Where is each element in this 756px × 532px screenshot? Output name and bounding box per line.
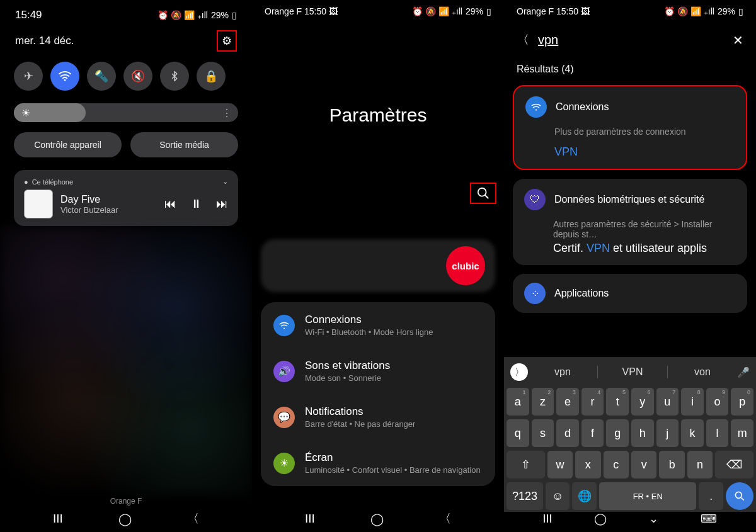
search-input[interactable]: vpn [538, 33, 724, 47]
sun-icon: ☀ [21, 107, 30, 119]
result-connexions[interactable]: Connexions Plus de paramètres de connexi… [513, 85, 747, 170]
key-g[interactable]: g [606, 419, 629, 447]
bluetooth-toggle[interactable] [160, 62, 189, 91]
result-applications[interactable]: ⁘ Applications [513, 274, 747, 313]
quick-toggles: ✈ 🔦 🔇 🔒 [0, 58, 252, 94]
key-w[interactable]: w [547, 451, 573, 478]
key-s[interactable]: s [532, 419, 554, 447]
key-o[interactable]: o9 [706, 388, 729, 416]
suggestion-bar: 〉 vpn VPN von 🎤 [504, 357, 756, 386]
home-button[interactable]: ◯ [370, 512, 384, 526]
suggestion-3[interactable]: von [675, 366, 730, 378]
key-u[interactable]: u7 [656, 388, 679, 416]
key-p[interactable]: p0 [731, 388, 753, 416]
next-button[interactable]: ⏭ [216, 197, 228, 211]
screen-settings: Orange F 15:50 🖼 ⏰ 🔕 📶 ₊ıll 29% ▯ Paramè… [252, 0, 504, 532]
recents-button[interactable]: III [53, 512, 63, 526]
settings-gear-highlight[interactable]: ⚙ [217, 30, 237, 52]
key-a[interactable]: a1 [507, 388, 529, 416]
nav-bar: III ◯ 〈 [252, 511, 504, 527]
expand-suggestions[interactable]: 〉 [510, 363, 528, 381]
key-c[interactable]: c [604, 451, 629, 478]
media-output-button[interactable]: Sortie média [130, 132, 238, 157]
search-icon [476, 186, 490, 200]
svg-point-3 [284, 327, 285, 329]
key-d[interactable]: d [556, 419, 579, 447]
back-button[interactable]: 〈 [187, 511, 199, 527]
item-sons[interactable]: 🔊 Sons et vibrations Mode son • Sonnerie [261, 348, 495, 394]
key-v[interactable]: v [631, 451, 656, 478]
screen-quicksettings: 15:49 ⏰ 🔕 📶 ₊ıll 29% ▯ mer. 14 déc. ⚙ ✈ … [0, 0, 252, 532]
key-y[interactable]: y6 [631, 388, 654, 416]
home-button[interactable]: ◯ [118, 512, 132, 526]
key-l[interactable]: l [706, 419, 729, 447]
svg-point-4 [536, 109, 537, 110]
flashlight-toggle[interactable]: 🔦 [87, 62, 116, 91]
status-bar: Orange F 15:50 🖼 ⏰ 🔕 📶 ₊ıll 29% ▯ [504, 0, 756, 23]
key-search[interactable] [726, 482, 753, 510]
key-symbols[interactable]: ?123 [507, 482, 543, 510]
svg-line-2 [485, 195, 489, 199]
recents-button[interactable]: III [305, 512, 315, 526]
key-period[interactable]: . [699, 482, 723, 510]
wifi-icon [525, 96, 547, 118]
key-f[interactable]: f [581, 419, 604, 447]
key-emoji[interactable]: ☺ [546, 482, 570, 510]
status-bar: 15:49 ⏰ 🔕 📶 ₊ıll 29% ▯ [0, 0, 252, 25]
key-k[interactable]: k [681, 419, 704, 447]
status-icons: ⏰ 🔕 📶 ₊ıll 29% ▯ [158, 10, 237, 20]
hide-keyboard-button[interactable]: ⌄ [649, 512, 658, 526]
item-subtitle: Luminosité • Confort visuel • Barre de n… [305, 465, 483, 475]
item-title: Connexions [305, 314, 483, 326]
result-title: Connexions [556, 101, 609, 113]
key-shift[interactable]: ⇧ [507, 451, 545, 478]
key-backspace[interactable]: ⌫ [715, 451, 753, 478]
back-button[interactable]: 〈 [439, 511, 451, 527]
svg-line-6 [742, 498, 744, 501]
carrier-label: Orange F [0, 497, 252, 506]
key-i[interactable]: i8 [681, 388, 704, 416]
search-button-highlight[interactable] [470, 183, 496, 204]
mic-icon[interactable]: 🎤 [737, 366, 750, 378]
rotation-toggle[interactable]: 🔒 [197, 62, 226, 91]
key-t[interactable]: t5 [606, 388, 629, 416]
item-subtitle: Mode son • Sonnerie [305, 373, 483, 383]
result-biometrics[interactable]: 🛡 Données biométriques et sécurité Autre… [513, 179, 747, 265]
back-arrow[interactable]: 〈 [517, 31, 529, 48]
keyboard-icon[interactable]: ⌨ [701, 512, 717, 526]
media-player[interactable]: ● Ce téléphone ⌄ Day Five Victor Butzela… [14, 170, 238, 226]
key-z[interactable]: z2 [532, 388, 554, 416]
svg-point-1 [478, 188, 486, 196]
key-lang[interactable]: 🌐 [572, 482, 597, 510]
brightness-slider[interactable]: ☀ ⋮ [14, 103, 238, 122]
key-x[interactable]: x [575, 451, 600, 478]
home-button[interactable]: ◯ [594, 512, 607, 526]
wifi-toggle[interactable] [50, 62, 79, 91]
item-notifications[interactable]: 💬 Notifications Barre d'état • Ne pas dé… [261, 394, 495, 440]
suggestion-2[interactable]: VPN [605, 366, 660, 378]
item-ecran[interactable]: ☀ Écran Luminosité • Confort visuel • Ba… [261, 440, 495, 486]
brightness-menu[interactable]: ⋮ [222, 107, 232, 119]
recents-button[interactable]: III [542, 512, 552, 526]
key-h[interactable]: h [631, 419, 654, 447]
key-r[interactable]: r4 [581, 388, 604, 416]
track-title: Day Five [60, 194, 157, 205]
key-b[interactable]: b [659, 451, 684, 478]
clear-icon[interactable]: ✕ [733, 33, 743, 48]
key-n[interactable]: n [687, 451, 713, 478]
mute-toggle[interactable]: 🔇 [123, 62, 152, 91]
item-connexions[interactable]: Connexions Wi-Fi • Bluetooth • Mode Hors… [261, 302, 495, 348]
airplane-toggle[interactable]: ✈ [14, 62, 43, 91]
prev-button[interactable]: ⏮ [164, 197, 176, 211]
item-subtitle: Wi-Fi • Bluetooth • Mode Hors ligne [305, 327, 483, 337]
key-m[interactable]: m [731, 419, 753, 447]
pause-button[interactable]: ⏸ [190, 197, 202, 211]
expand-icon[interactable]: ⌄ [222, 178, 228, 186]
key-q[interactable]: q [507, 419, 529, 447]
keyboard: 〉 vpn VPN von 🎤 a1z2e3r4t5y6u7i8o9p0 qsd… [504, 357, 756, 512]
key-space[interactable]: FR • EN [599, 482, 696, 510]
key-j[interactable]: j [656, 419, 679, 447]
key-e[interactable]: e3 [556, 388, 579, 416]
suggestion-1[interactable]: vpn [536, 366, 590, 378]
device-control-button[interactable]: Contrôle appareil [14, 132, 122, 157]
